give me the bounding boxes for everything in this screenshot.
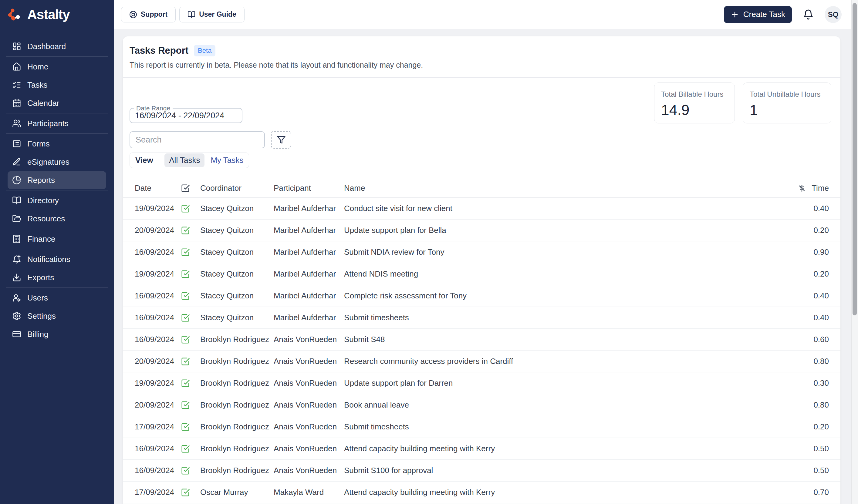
cell-participant: Anais VonRueden: [274, 400, 344, 410]
notifications-bell-icon[interactable]: [803, 9, 814, 20]
cell-participant: Anais VonRueden: [274, 422, 344, 432]
support-button[interactable]: Support: [121, 7, 176, 22]
main-content: Tasks Report Beta This report is current…: [114, 29, 858, 504]
sidebar-item-resources[interactable]: Resources: [7, 210, 106, 228]
date-range-field[interactable]: Date Range: [129, 108, 242, 123]
cell-time: 0.20: [790, 269, 829, 279]
sidebar-divider: [6, 113, 108, 113]
sidebar-item-finance[interactable]: Finance: [7, 230, 106, 248]
col-coordinator: Coordinator: [200, 183, 274, 193]
cell-coordinator: Stacey Quitzon: [200, 204, 274, 213]
sidebar-item-users[interactable]: Users: [7, 289, 106, 307]
sidebar-item-notifications[interactable]: Notifications: [7, 250, 106, 269]
tab-my-tasks[interactable]: My Tasks: [210, 156, 243, 165]
folder-open-icon: [12, 214, 21, 223]
sidebar-item-label: Directory: [27, 196, 59, 205]
cell-status: [181, 270, 200, 279]
cell-name: Submit timesheets: [344, 313, 790, 322]
sidebar-item-label: Participants: [27, 119, 68, 128]
cell-time: 0.40: [790, 204, 829, 213]
task-completed-check-icon: [181, 291, 190, 300]
create-task-button[interactable]: Create Task: [724, 6, 792, 23]
table-row[interactable]: 20/09/2024Brooklyn RodriguezAnais VonRue…: [123, 394, 840, 416]
sidebar-item-exports[interactable]: Exports: [7, 269, 106, 287]
sidebar-item-calendar[interactable]: Calendar: [7, 94, 106, 112]
sidebar-item-forms[interactable]: Forms: [7, 135, 106, 153]
report-description: This report is currently in beta. Please…: [129, 61, 831, 69]
cell-name: Submit NDIA review for Tony: [344, 247, 790, 257]
user-avatar[interactable]: SQ: [825, 6, 842, 23]
check-square-icon: [181, 184, 190, 193]
cell-time: 0.60: [790, 335, 829, 344]
tab-all-tasks[interactable]: All Tasks: [164, 153, 205, 167]
sidebar-item-label: eSignatures: [27, 157, 69, 167]
task-completed-check-icon: [181, 444, 190, 453]
sidebar-item-directory[interactable]: Directory: [7, 191, 106, 210]
sidebar-item-tasks[interactable]: Tasks: [7, 76, 106, 94]
task-completed-check-icon: [181, 401, 190, 410]
sidebar-item-billing[interactable]: Billing: [7, 325, 106, 343]
stat-label: Total Billable Hours: [661, 90, 728, 99]
search-field: [129, 131, 265, 148]
table-row[interactable]: 16/09/2024Brooklyn RodriguezAnais VonRue…: [123, 329, 840, 351]
table-row[interactable]: 20/09/2024Brooklyn RodriguezAnais VonRue…: [123, 351, 840, 372]
table-row[interactable]: 16/09/2024Brooklyn RodriguezAnais VonRue…: [123, 460, 840, 482]
cell-time: 0.80: [790, 357, 829, 366]
scrollbar-thumb[interactable]: [853, 3, 857, 315]
table-row[interactable]: 16/09/2024Stacey QuitzonMaribel Aufderha…: [123, 307, 840, 329]
date-range-label: Date Range: [134, 104, 173, 112]
table-row[interactable]: 16/09/2024Stacey QuitzonMaribel Aufderha…: [123, 241, 840, 263]
table-row[interactable]: 19/09/2024Stacey QuitzonMaribel Aufderha…: [123, 263, 840, 285]
sidebar-item-label: Forms: [27, 139, 50, 149]
task-completed-check-icon: [181, 335, 190, 344]
report-controls: Date Range View: [123, 78, 840, 168]
table-row[interactable]: 16/09/2024Stacey QuitzonMaribel Aufderha…: [123, 285, 840, 307]
cell-date: 16/09/2024: [135, 313, 181, 322]
create-task-label: Create Task: [743, 10, 785, 19]
table-row[interactable]: 17/09/2024Brooklyn RodriguezAnais VonRue…: [123, 416, 840, 438]
sidebar-item-reports[interactable]: Reports: [7, 171, 106, 189]
filter-button[interactable]: [271, 131, 291, 149]
sidebar-item-dashboard[interactable]: Dashboard: [7, 37, 106, 55]
page-scrollbar[interactable]: [851, 0, 858, 504]
task-completed-check-icon: [181, 270, 190, 279]
search-input[interactable]: [130, 132, 264, 148]
sidebar-item-esignatures[interactable]: eSignatures: [7, 153, 106, 171]
cell-participant: Makayla Ward: [274, 488, 344, 497]
stat-label: Total Unbillable Hours: [750, 90, 824, 99]
cell-date: 19/09/2024: [135, 269, 181, 279]
topbar: Support User Guide Create Task SQ: [114, 0, 858, 29]
view-separator: [159, 157, 159, 164]
table-row[interactable]: 19/09/2024Brooklyn RodriguezAnais VonRue…: [123, 372, 840, 394]
cell-coordinator: Brooklyn Rodriguez: [200, 335, 274, 344]
table-row[interactable]: 20/09/2024Stacey QuitzonMaribel Aufderha…: [123, 220, 840, 241]
table-body: 19/09/2024Stacey QuitzonMaribel Aufderha…: [123, 198, 840, 503]
beta-badge: Beta: [194, 45, 216, 56]
cell-coordinator: Oscar Murray: [200, 488, 274, 497]
brand-logo[interactable]: Astalty: [0, 0, 114, 29]
support-label: Support: [141, 10, 168, 18]
funnel-icon: [277, 135, 286, 144]
sidebar-item-settings[interactable]: Settings: [7, 307, 106, 325]
sidebar-item-participants[interactable]: Participants: [7, 114, 106, 132]
cell-name: Attend NDIS meeting: [344, 269, 790, 279]
table-row[interactable]: 19/09/2024Stacey QuitzonMaribel Aufderha…: [123, 198, 840, 220]
user-guide-button[interactable]: User Guide: [179, 7, 244, 22]
cell-participant: Anais VonRueden: [274, 378, 344, 388]
sidebar-item-label: Billing: [27, 330, 48, 339]
sidebar-divider: [6, 190, 108, 191]
table-row[interactable]: 16/09/2024Brooklyn RodriguezAnais VonRue…: [123, 438, 840, 460]
cell-name: Research community access providers in C…: [344, 357, 790, 366]
sidebar-item-home[interactable]: Home: [7, 58, 106, 76]
cell-time: 0.50: [790, 466, 829, 475]
cell-coordinator: Brooklyn Rodriguez: [200, 466, 274, 475]
sidebar-divider: [6, 229, 108, 229]
book-open-icon: [188, 11, 195, 18]
table-header-row: Date Coordinator Participant Name Time: [123, 179, 840, 198]
dollar-slash-icon: [798, 184, 806, 193]
sidebar-divider: [6, 288, 108, 288]
task-completed-check-icon: [181, 248, 190, 257]
cell-coordinator: Stacey Quitzon: [200, 247, 274, 257]
table-row[interactable]: 17/09/2024Oscar MurrayMakayla WardAttend…: [123, 482, 840, 503]
tasks-table: Date Coordinator Participant Name Time 1…: [123, 179, 840, 503]
